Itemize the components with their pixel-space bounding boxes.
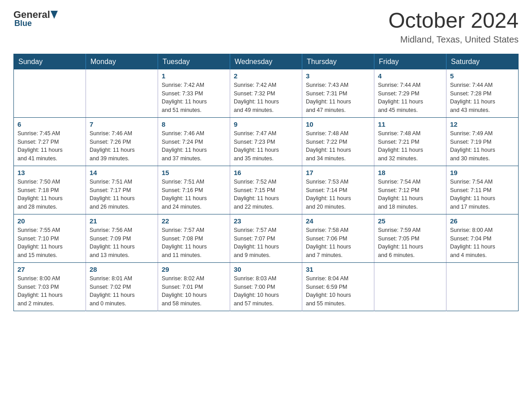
day-number: 29 [162, 265, 226, 273]
day-cell: 17Sunrise: 7:53 AMSunset: 7:14 PMDayligh… [302, 166, 374, 214]
week-row-4: 20Sunrise: 7:55 AMSunset: 7:10 PMDayligh… [14, 214, 519, 262]
day-number: 10 [306, 120, 370, 128]
day-cell: 11Sunrise: 7:48 AMSunset: 7:21 PMDayligh… [374, 117, 446, 166]
day-number: 22 [162, 217, 226, 225]
day-info: Sunrise: 7:48 AMSunset: 7:22 PMDaylight:… [306, 129, 370, 163]
day-number: 18 [378, 169, 442, 176]
day-cell: 19Sunrise: 7:54 AMSunset: 7:11 PMDayligh… [446, 166, 519, 214]
day-info: Sunrise: 7:45 AMSunset: 7:27 PMDaylight:… [17, 129, 82, 163]
day-number: 30 [234, 265, 298, 273]
day-cell: 27Sunrise: 8:00 AMSunset: 7:03 PMDayligh… [14, 262, 86, 311]
day-number: 4 [378, 72, 442, 80]
day-cell [374, 262, 446, 311]
day-info: Sunrise: 7:46 AMSunset: 7:24 PMDaylight:… [162, 129, 226, 163]
day-info: Sunrise: 7:52 AMSunset: 7:15 PMDaylight:… [234, 178, 298, 211]
header-friday: Friday [374, 54, 446, 69]
day-info: Sunrise: 7:48 AMSunset: 7:21 PMDaylight:… [378, 129, 442, 163]
day-cell: 5Sunrise: 7:44 AMSunset: 7:28 PMDaylight… [446, 69, 519, 118]
week-row-5: 27Sunrise: 8:00 AMSunset: 7:03 PMDayligh… [14, 262, 519, 311]
day-info: Sunrise: 8:00 AMSunset: 7:04 PMDaylight:… [450, 226, 515, 260]
day-cell [446, 262, 519, 311]
day-cell: 13Sunrise: 7:50 AMSunset: 7:18 PMDayligh… [14, 166, 86, 214]
day-cell: 20Sunrise: 7:55 AMSunset: 7:10 PMDayligh… [14, 214, 86, 262]
day-info: Sunrise: 7:49 AMSunset: 7:19 PMDaylight:… [450, 129, 515, 163]
day-cell: 3Sunrise: 7:43 AMSunset: 7:31 PMDaylight… [302, 69, 374, 118]
week-row-3: 13Sunrise: 7:50 AMSunset: 7:18 PMDayligh… [14, 166, 519, 214]
svg-marker-0 [51, 11, 58, 19]
day-number: 16 [234, 169, 298, 176]
logo: General Blue [13, 9, 58, 28]
day-info: Sunrise: 7:53 AMSunset: 7:14 PMDaylight:… [306, 178, 370, 211]
day-info: Sunrise: 7:54 AMSunset: 7:11 PMDaylight:… [450, 178, 515, 211]
header-wednesday: Wednesday [230, 54, 302, 69]
day-cell: 8Sunrise: 7:46 AMSunset: 7:24 PMDaylight… [158, 117, 230, 166]
day-info: Sunrise: 7:55 AMSunset: 7:10 PMDaylight:… [17, 226, 82, 260]
page-header: General Blue October 2024 Midland, Texas… [13, 9, 519, 45]
day-number: 21 [90, 217, 154, 225]
day-cell: 23Sunrise: 7:57 AMSunset: 7:07 PMDayligh… [230, 214, 302, 262]
day-cell: 12Sunrise: 7:49 AMSunset: 7:19 PMDayligh… [446, 117, 519, 166]
day-info: Sunrise: 7:57 AMSunset: 7:08 PMDaylight:… [162, 226, 226, 260]
day-number: 25 [378, 217, 442, 225]
day-cell: 25Sunrise: 7:59 AMSunset: 7:05 PMDayligh… [374, 214, 446, 262]
day-info: Sunrise: 7:47 AMSunset: 7:23 PMDaylight:… [234, 129, 298, 163]
day-number: 12 [450, 120, 515, 128]
day-cell: 18Sunrise: 7:54 AMSunset: 7:12 PMDayligh… [374, 166, 446, 214]
calendar-table: SundayMondayTuesdayWednesdayThursdayFrid… [13, 54, 519, 311]
day-number: 5 [450, 72, 515, 80]
header-thursday: Thursday [302, 54, 374, 69]
day-number: 6 [17, 120, 82, 128]
day-info: Sunrise: 7:46 AMSunset: 7:26 PMDaylight:… [90, 129, 154, 163]
day-cell: 14Sunrise: 7:51 AMSunset: 7:17 PMDayligh… [86, 166, 158, 214]
day-number: 13 [17, 169, 82, 176]
day-cell [14, 69, 86, 118]
day-cell: 29Sunrise: 8:02 AMSunset: 7:01 PMDayligh… [158, 262, 230, 311]
logo-arrow-icon [51, 11, 58, 19]
day-info: Sunrise: 7:44 AMSunset: 7:28 PMDaylight:… [450, 81, 515, 115]
day-number: 31 [306, 265, 370, 273]
day-info: Sunrise: 8:01 AMSunset: 7:02 PMDaylight:… [90, 274, 154, 308]
day-number: 14 [90, 169, 154, 176]
day-number: 2 [234, 72, 298, 80]
day-number: 8 [162, 120, 226, 128]
day-number: 9 [234, 120, 298, 128]
day-cell: 31Sunrise: 8:04 AMSunset: 6:59 PMDayligh… [302, 262, 374, 311]
day-number: 11 [378, 120, 442, 128]
week-row-2: 6Sunrise: 7:45 AMSunset: 7:27 PMDaylight… [14, 117, 519, 166]
day-cell: 30Sunrise: 8:03 AMSunset: 7:00 PMDayligh… [230, 262, 302, 311]
calendar-header-row: SundayMondayTuesdayWednesdayThursdayFrid… [14, 54, 519, 69]
day-cell: 1Sunrise: 7:42 AMSunset: 7:33 PMDaylight… [158, 69, 230, 118]
day-cell: 15Sunrise: 7:51 AMSunset: 7:16 PMDayligh… [158, 166, 230, 214]
header-tuesday: Tuesday [158, 54, 230, 69]
day-info: Sunrise: 8:04 AMSunset: 6:59 PMDaylight:… [306, 274, 370, 308]
day-number: 7 [90, 120, 154, 128]
day-info: Sunrise: 7:43 AMSunset: 7:31 PMDaylight:… [306, 81, 370, 115]
day-cell: 4Sunrise: 7:44 AMSunset: 7:29 PMDaylight… [374, 69, 446, 118]
day-cell: 16Sunrise: 7:52 AMSunset: 7:15 PMDayligh… [230, 166, 302, 214]
day-info: Sunrise: 7:42 AMSunset: 7:33 PMDaylight:… [162, 81, 226, 115]
day-number: 19 [450, 169, 515, 176]
day-cell: 26Sunrise: 8:00 AMSunset: 7:04 PMDayligh… [446, 214, 519, 262]
day-info: Sunrise: 7:42 AMSunset: 7:32 PMDaylight:… [234, 81, 298, 115]
day-info: Sunrise: 8:02 AMSunset: 7:01 PMDaylight:… [162, 274, 226, 308]
day-info: Sunrise: 8:00 AMSunset: 7:03 PMDaylight:… [17, 274, 82, 308]
day-cell: 2Sunrise: 7:42 AMSunset: 7:32 PMDaylight… [230, 69, 302, 118]
day-cell: 9Sunrise: 7:47 AMSunset: 7:23 PMDaylight… [230, 117, 302, 166]
day-number: 24 [306, 217, 370, 225]
day-info: Sunrise: 7:54 AMSunset: 7:12 PMDaylight:… [378, 178, 442, 211]
day-number: 20 [17, 217, 82, 225]
day-number: 28 [90, 265, 154, 273]
day-info: Sunrise: 8:03 AMSunset: 7:00 PMDaylight:… [234, 274, 298, 308]
day-number: 27 [17, 265, 82, 273]
day-info: Sunrise: 7:51 AMSunset: 7:17 PMDaylight:… [90, 178, 154, 211]
header-sunday: Sunday [14, 54, 86, 69]
day-info: Sunrise: 7:51 AMSunset: 7:16 PMDaylight:… [162, 178, 226, 211]
day-cell: 7Sunrise: 7:46 AMSunset: 7:26 PMDaylight… [86, 117, 158, 166]
location-title: Midland, Texas, United States [388, 34, 519, 45]
day-info: Sunrise: 7:56 AMSunset: 7:09 PMDaylight:… [90, 226, 154, 260]
day-cell: 6Sunrise: 7:45 AMSunset: 7:27 PMDaylight… [14, 117, 86, 166]
day-cell: 28Sunrise: 8:01 AMSunset: 7:02 PMDayligh… [86, 262, 158, 311]
day-info: Sunrise: 7:57 AMSunset: 7:07 PMDaylight:… [234, 226, 298, 260]
day-info: Sunrise: 7:44 AMSunset: 7:29 PMDaylight:… [378, 81, 442, 115]
day-cell [86, 69, 158, 118]
